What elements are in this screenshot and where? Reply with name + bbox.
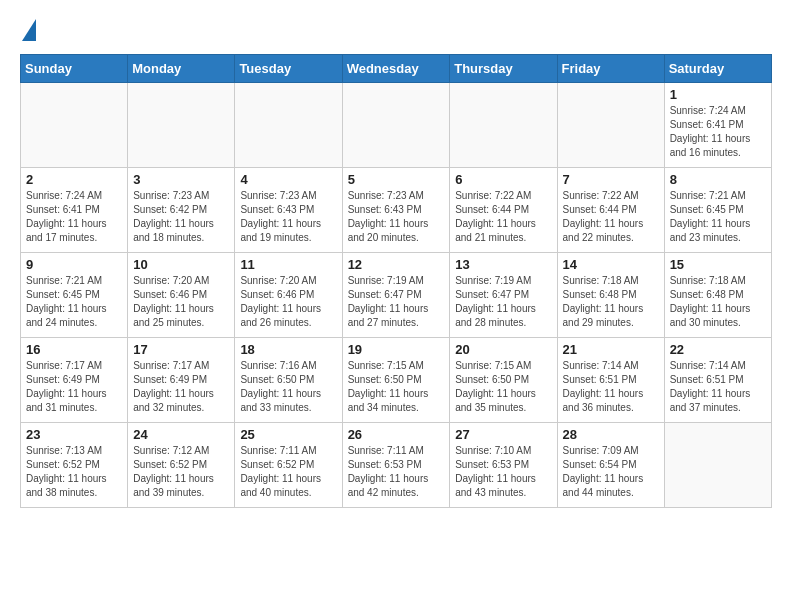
calendar-cell: 27Sunrise: 7:10 AM Sunset: 6:53 PM Dayli… (450, 423, 557, 508)
day-number: 20 (455, 342, 551, 357)
calendar-cell (21, 83, 128, 168)
day-number: 11 (240, 257, 336, 272)
day-info: Sunrise: 7:18 AM Sunset: 6:48 PM Dayligh… (563, 274, 659, 330)
calendar-cell (664, 423, 771, 508)
calendar-cell: 4Sunrise: 7:23 AM Sunset: 6:43 PM Daylig… (235, 168, 342, 253)
calendar-cell (235, 83, 342, 168)
day-info: Sunrise: 7:22 AM Sunset: 6:44 PM Dayligh… (563, 189, 659, 245)
day-number: 14 (563, 257, 659, 272)
day-number: 19 (348, 342, 445, 357)
day-number: 1 (670, 87, 766, 102)
calendar-cell: 3Sunrise: 7:23 AM Sunset: 6:42 PM Daylig… (128, 168, 235, 253)
day-info: Sunrise: 7:12 AM Sunset: 6:52 PM Dayligh… (133, 444, 229, 500)
day-info: Sunrise: 7:20 AM Sunset: 6:46 PM Dayligh… (133, 274, 229, 330)
calendar-cell: 21Sunrise: 7:14 AM Sunset: 6:51 PM Dayli… (557, 338, 664, 423)
day-number: 23 (26, 427, 122, 442)
calendar-cell: 20Sunrise: 7:15 AM Sunset: 6:50 PM Dayli… (450, 338, 557, 423)
calendar-cell: 19Sunrise: 7:15 AM Sunset: 6:50 PM Dayli… (342, 338, 450, 423)
day-info: Sunrise: 7:24 AM Sunset: 6:41 PM Dayligh… (26, 189, 122, 245)
day-header-monday: Monday (128, 55, 235, 83)
calendar-cell: 26Sunrise: 7:11 AM Sunset: 6:53 PM Dayli… (342, 423, 450, 508)
day-number: 10 (133, 257, 229, 272)
day-number: 15 (670, 257, 766, 272)
calendar-cell: 17Sunrise: 7:17 AM Sunset: 6:49 PM Dayli… (128, 338, 235, 423)
day-info: Sunrise: 7:15 AM Sunset: 6:50 PM Dayligh… (455, 359, 551, 415)
day-info: Sunrise: 7:13 AM Sunset: 6:52 PM Dayligh… (26, 444, 122, 500)
calendar-cell: 15Sunrise: 7:18 AM Sunset: 6:48 PM Dayli… (664, 253, 771, 338)
day-info: Sunrise: 7:14 AM Sunset: 6:51 PM Dayligh… (670, 359, 766, 415)
week-row-3: 9Sunrise: 7:21 AM Sunset: 6:45 PM Daylig… (21, 253, 772, 338)
day-header-friday: Friday (557, 55, 664, 83)
day-info: Sunrise: 7:18 AM Sunset: 6:48 PM Dayligh… (670, 274, 766, 330)
calendar-cell: 2Sunrise: 7:24 AM Sunset: 6:41 PM Daylig… (21, 168, 128, 253)
day-number: 21 (563, 342, 659, 357)
day-info: Sunrise: 7:17 AM Sunset: 6:49 PM Dayligh… (26, 359, 122, 415)
calendar-cell: 22Sunrise: 7:14 AM Sunset: 6:51 PM Dayli… (664, 338, 771, 423)
day-header-sunday: Sunday (21, 55, 128, 83)
day-info: Sunrise: 7:11 AM Sunset: 6:52 PM Dayligh… (240, 444, 336, 500)
calendar-cell: 11Sunrise: 7:20 AM Sunset: 6:46 PM Dayli… (235, 253, 342, 338)
calendar-cell: 23Sunrise: 7:13 AM Sunset: 6:52 PM Dayli… (21, 423, 128, 508)
day-info: Sunrise: 7:21 AM Sunset: 6:45 PM Dayligh… (670, 189, 766, 245)
day-info: Sunrise: 7:14 AM Sunset: 6:51 PM Dayligh… (563, 359, 659, 415)
calendar-cell: 28Sunrise: 7:09 AM Sunset: 6:54 PM Dayli… (557, 423, 664, 508)
day-number: 2 (26, 172, 122, 187)
day-number: 12 (348, 257, 445, 272)
day-number: 18 (240, 342, 336, 357)
calendar-cell: 13Sunrise: 7:19 AM Sunset: 6:47 PM Dayli… (450, 253, 557, 338)
day-number: 4 (240, 172, 336, 187)
calendar-cell: 12Sunrise: 7:19 AM Sunset: 6:47 PM Dayli… (342, 253, 450, 338)
day-info: Sunrise: 7:11 AM Sunset: 6:53 PM Dayligh… (348, 444, 445, 500)
day-number: 26 (348, 427, 445, 442)
calendar-header-row: SundayMondayTuesdayWednesdayThursdayFrid… (21, 55, 772, 83)
page-header (20, 20, 772, 44)
calendar-cell: 7Sunrise: 7:22 AM Sunset: 6:44 PM Daylig… (557, 168, 664, 253)
day-info: Sunrise: 7:21 AM Sunset: 6:45 PM Dayligh… (26, 274, 122, 330)
calendar-cell: 25Sunrise: 7:11 AM Sunset: 6:52 PM Dayli… (235, 423, 342, 508)
day-header-tuesday: Tuesday (235, 55, 342, 83)
day-number: 28 (563, 427, 659, 442)
week-row-4: 16Sunrise: 7:17 AM Sunset: 6:49 PM Dayli… (21, 338, 772, 423)
day-number: 6 (455, 172, 551, 187)
calendar-cell: 10Sunrise: 7:20 AM Sunset: 6:46 PM Dayli… (128, 253, 235, 338)
calendar-cell: 14Sunrise: 7:18 AM Sunset: 6:48 PM Dayli… (557, 253, 664, 338)
day-number: 13 (455, 257, 551, 272)
calendar-cell: 18Sunrise: 7:16 AM Sunset: 6:50 PM Dayli… (235, 338, 342, 423)
calendar-cell: 6Sunrise: 7:22 AM Sunset: 6:44 PM Daylig… (450, 168, 557, 253)
calendar-cell: 9Sunrise: 7:21 AM Sunset: 6:45 PM Daylig… (21, 253, 128, 338)
day-info: Sunrise: 7:23 AM Sunset: 6:43 PM Dayligh… (240, 189, 336, 245)
week-row-1: 1Sunrise: 7:24 AM Sunset: 6:41 PM Daylig… (21, 83, 772, 168)
day-info: Sunrise: 7:20 AM Sunset: 6:46 PM Dayligh… (240, 274, 336, 330)
calendar-cell (557, 83, 664, 168)
day-info: Sunrise: 7:15 AM Sunset: 6:50 PM Dayligh… (348, 359, 445, 415)
day-header-thursday: Thursday (450, 55, 557, 83)
logo-icon (22, 19, 36, 41)
day-info: Sunrise: 7:23 AM Sunset: 6:43 PM Dayligh… (348, 189, 445, 245)
day-number: 3 (133, 172, 229, 187)
day-number: 5 (348, 172, 445, 187)
week-row-2: 2Sunrise: 7:24 AM Sunset: 6:41 PM Daylig… (21, 168, 772, 253)
calendar-cell: 1Sunrise: 7:24 AM Sunset: 6:41 PM Daylig… (664, 83, 771, 168)
day-info: Sunrise: 7:09 AM Sunset: 6:54 PM Dayligh… (563, 444, 659, 500)
calendar-cell (128, 83, 235, 168)
calendar-cell: 5Sunrise: 7:23 AM Sunset: 6:43 PM Daylig… (342, 168, 450, 253)
day-number: 27 (455, 427, 551, 442)
calendar-cell: 24Sunrise: 7:12 AM Sunset: 6:52 PM Dayli… (128, 423, 235, 508)
day-number: 9 (26, 257, 122, 272)
day-info: Sunrise: 7:10 AM Sunset: 6:53 PM Dayligh… (455, 444, 551, 500)
day-number: 24 (133, 427, 229, 442)
day-header-saturday: Saturday (664, 55, 771, 83)
day-info: Sunrise: 7:24 AM Sunset: 6:41 PM Dayligh… (670, 104, 766, 160)
calendar-cell: 16Sunrise: 7:17 AM Sunset: 6:49 PM Dayli… (21, 338, 128, 423)
week-row-5: 23Sunrise: 7:13 AM Sunset: 6:52 PM Dayli… (21, 423, 772, 508)
day-number: 16 (26, 342, 122, 357)
calendar-cell (450, 83, 557, 168)
calendar: SundayMondayTuesdayWednesdayThursdayFrid… (20, 54, 772, 508)
day-number: 17 (133, 342, 229, 357)
day-number: 7 (563, 172, 659, 187)
day-number: 25 (240, 427, 336, 442)
day-header-wednesday: Wednesday (342, 55, 450, 83)
calendar-cell (342, 83, 450, 168)
day-number: 8 (670, 172, 766, 187)
day-info: Sunrise: 7:23 AM Sunset: 6:42 PM Dayligh… (133, 189, 229, 245)
